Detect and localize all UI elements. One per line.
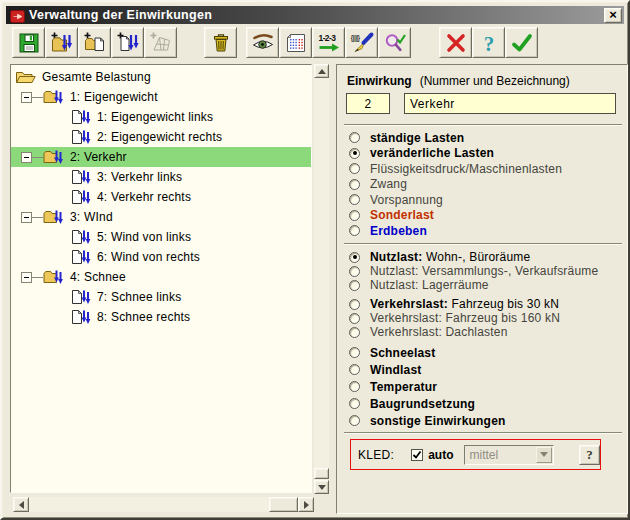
radio-option-label[interactable]: Erdbeben (370, 224, 427, 238)
copy-einwirkung-button[interactable] (78, 27, 111, 58)
radio-option-label[interactable]: sonstige Einwirkungen (370, 414, 506, 428)
radio-option[interactable]: Temperatur (349, 378, 623, 395)
radio-option-label[interactable]: veränderliche Lasten (370, 146, 494, 160)
help-button[interactable]: ? (472, 27, 505, 58)
horizontal-scroll-thumb[interactable] (269, 497, 298, 512)
radio-option[interactable]: sonstige Einwirkungen (349, 412, 623, 429)
cancel-button[interactable] (439, 27, 472, 58)
radio-button[interactable] (349, 381, 360, 392)
radio-option-label[interactable]: Temperatur (370, 380, 437, 394)
vertical-scroll-track[interactable] (314, 78, 329, 480)
radio-button[interactable] (349, 347, 360, 358)
scroll-down-button[interactable] (314, 480, 329, 494)
radio-option[interactable]: Nutzlast: Lagerräume (349, 278, 623, 292)
table-button[interactable] (279, 27, 312, 58)
radio-option[interactable]: Vorspannung (349, 192, 623, 208)
horizontal-scroll-track[interactable] (29, 497, 298, 512)
radio-option-label[interactable]: Windlast (370, 363, 422, 377)
tree-item[interactable]: 8: Schnee rechts (11, 307, 311, 327)
radio-option-label[interactable]: Vorspannung (370, 193, 443, 207)
kled-help-button[interactable]: ? (579, 445, 600, 465)
expand-toggle[interactable] (21, 212, 32, 223)
radio-option-label[interactable]: Zwang (370, 177, 407, 191)
radio-option[interactable]: Erdbeben (349, 223, 623, 239)
radio-button[interactable] (349, 179, 360, 190)
radio-option[interactable]: Nutzlast: Versammlungs-, Verkaufsräume (349, 264, 623, 278)
radio-button-selected[interactable] (349, 252, 360, 263)
tree-item[interactable]: Gesamte Belastung (11, 67, 311, 87)
renumber-button[interactable]: 1-2-3 (312, 27, 345, 58)
radio-option[interactable]: Baugrundsetzung (349, 395, 623, 412)
tree-item[interactable]: 1: Eigengewicht (11, 87, 311, 107)
radio-option[interactable]: veränderliche Lasten (349, 146, 623, 162)
radio-button[interactable] (349, 398, 360, 409)
tree-item[interactable]: 2: Eigengewicht rechts (11, 127, 311, 147)
radio-option[interactable]: Verkehrslast: Dachlasten (349, 325, 623, 339)
radio-option[interactable]: Verkehrslast: Fahrzeug bis 30 kN (349, 297, 623, 311)
close-button[interactable]: × (604, 8, 622, 23)
radio-button[interactable] (349, 280, 360, 291)
radio-button-selected[interactable] (349, 148, 360, 159)
expand-toggle[interactable] (21, 272, 32, 283)
tree-item[interactable]: 1: Eigengewicht links (11, 107, 311, 127)
vertical-scroll-thumb[interactable] (314, 468, 329, 479)
kled-select-dropdown-button[interactable] (536, 447, 552, 463)
format-button[interactable]: {||||} (345, 27, 378, 58)
tree-item[interactable]: 5: Wind von links (11, 227, 311, 247)
radio-button[interactable] (349, 313, 360, 324)
radio-button[interactable] (349, 194, 360, 205)
tree-item[interactable]: 4: Verkehr rechts (11, 187, 311, 207)
radio-option-label[interactable]: Flüssigkeitsdruck/Maschinenlasten (370, 162, 562, 176)
radio-option[interactable]: Zwang (349, 177, 623, 193)
radio-option-label[interactable]: ständige Lasten (370, 131, 464, 145)
tree-item[interactable]: 3: Verkehr links (11, 167, 311, 187)
einwirkung-name-field[interactable] (404, 93, 616, 114)
radio-option[interactable]: ständige Lasten (349, 130, 623, 146)
radio-option[interactable]: Verkehrslast: Fahrzeug bis 160 kN (349, 311, 623, 325)
tree-item[interactable]: 6: Wind von rechts (11, 247, 311, 267)
expand-toggle[interactable] (21, 152, 32, 163)
kled-auto-checkbox[interactable] (411, 449, 423, 461)
radio-button[interactable] (349, 299, 360, 310)
radio-option[interactable]: Schneelast (349, 344, 623, 361)
expand-toggle[interactable] (21, 92, 32, 103)
tree-item[interactable]: 7: Schnee links (11, 287, 311, 307)
radio-button[interactable] (349, 415, 360, 426)
radio-option[interactable]: Windlast (349, 361, 623, 378)
radio-option-label[interactable]: Nutzlast: Versammlungs-, Verkaufsräume (370, 264, 598, 278)
radio-option-label[interactable]: Verkehrslast: Fahrzeug bis 160 kN (370, 311, 560, 325)
radio-option[interactable]: Nutzlast: Wohn-, Büroräume (349, 250, 623, 264)
einwirkungen-tree[interactable]: Gesamte Belastung1: Eigengewicht1: Eigen… (10, 64, 312, 493)
radio-option-label[interactable]: Baugrundsetzung (370, 397, 475, 411)
tree-item-selected[interactable]: 2: Verkehr (11, 147, 311, 167)
ok-button[interactable] (505, 27, 538, 58)
radio-option-label[interactable]: Verkehrslast: Dachlasten (370, 325, 508, 339)
kled-auto-label[interactable]: auto (428, 448, 453, 462)
tree-item[interactable]: 4: Schnee (11, 267, 311, 287)
radio-button[interactable] (349, 364, 360, 375)
radio-button[interactable] (349, 225, 360, 236)
radio-button[interactable] (349, 163, 360, 174)
radio-option-label[interactable]: Nutzlast: Wohn-, Büroräume (370, 250, 530, 264)
radio-option-label[interactable]: Verkehrslast: Fahrzeug bis 30 kN (370, 297, 559, 311)
radio-option-label[interactable]: Sonderlast (370, 208, 434, 222)
view-button[interactable] (246, 27, 279, 58)
radio-option-label[interactable]: Nutzlast: Lagerräume (370, 278, 489, 292)
scroll-left-button[interactable] (13, 497, 29, 512)
radio-button[interactable] (349, 210, 360, 221)
delete-button[interactable] (204, 27, 237, 58)
add-lastfall-button[interactable] (111, 27, 144, 58)
save-button[interactable] (12, 27, 45, 58)
radio-button[interactable] (349, 327, 360, 338)
einwirkung-number-field[interactable] (346, 93, 390, 114)
scroll-up-button[interactable] (314, 64, 329, 78)
radio-option[interactable]: Flüssigkeitsdruck/Maschinenlasten (349, 161, 623, 177)
check-search-button[interactable] (378, 27, 411, 58)
radio-button[interactable] (349, 132, 360, 143)
radio-option[interactable]: Sonderlast (349, 208, 623, 224)
radio-option-label[interactable]: Schneelast (370, 346, 435, 360)
add-einwirkung-button[interactable] (45, 27, 78, 58)
scroll-right-button[interactable] (298, 497, 314, 512)
tree-item[interactable]: 3: WInd (11, 207, 311, 227)
radio-button[interactable] (349, 266, 360, 277)
